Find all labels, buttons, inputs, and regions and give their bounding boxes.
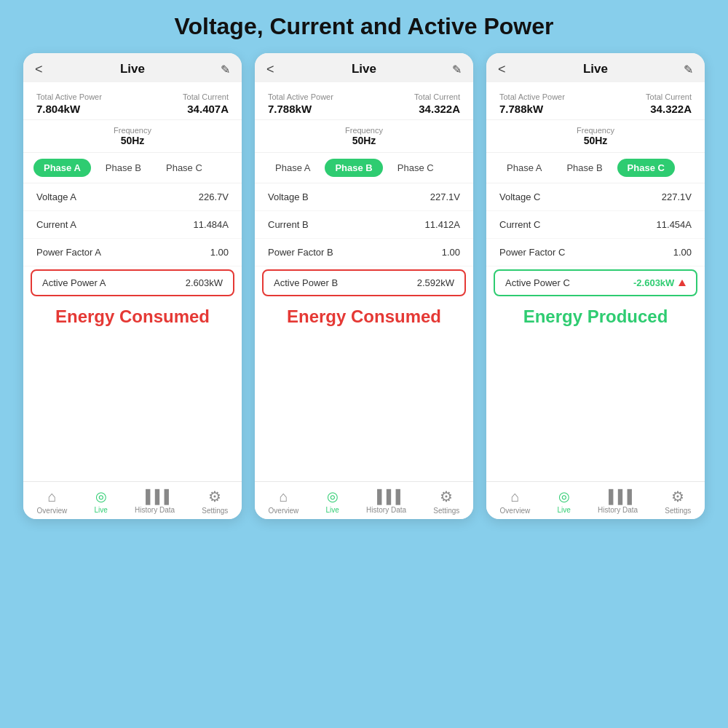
phone-c-freq: Frequency 50Hz xyxy=(486,120,705,153)
phone-a-title: Live xyxy=(120,62,145,76)
footer-live-a[interactable]: ◎ Live xyxy=(94,488,107,514)
phase-tab-a-phaseA[interactable]: Phase A xyxy=(33,159,91,177)
stat-active-power-a: Total Active Power 7.804kW xyxy=(36,92,102,115)
footer-overview-c[interactable]: ⌂ Overview xyxy=(500,488,531,515)
data-row-pf-c: Power Factor C 1.00 xyxy=(486,239,705,266)
footer-overview-b[interactable]: ⌂ Overview xyxy=(269,488,299,515)
data-row-voltage-a: Voltage A 226.7V xyxy=(23,183,242,211)
phone-c-title: Live xyxy=(583,62,608,76)
live-icon-c: ◎ xyxy=(558,488,570,505)
data-row-current-b: Current B 11.412A xyxy=(255,211,473,239)
home-icon-b: ⌂ xyxy=(279,488,288,505)
phone-a-header: < Live ✎ xyxy=(23,53,242,82)
page-title: Voltage, Current and Active Power xyxy=(175,13,554,40)
footer-history-c[interactable]: ▐▐▐ History Data xyxy=(598,489,638,514)
back-button-a[interactable]: < xyxy=(35,62,43,77)
footer-settings-b[interactable]: ⚙ Settings xyxy=(433,488,459,515)
phase-tab-c-phaseC[interactable]: Phase C xyxy=(617,159,675,177)
phone-a-body: Total Active Power 7.804kW Total Current… xyxy=(23,82,242,481)
phone-a-stats: Total Active Power 7.804kW Total Current… xyxy=(23,82,242,120)
data-row-activepower-a: Active Power A 2.603kW xyxy=(31,269,234,296)
settings-icon-b: ⚙ xyxy=(440,488,453,505)
edit-button-b[interactable]: ✎ xyxy=(452,63,462,76)
phone-c-footer: ⌂ Overview ◎ Live ▐▐▐ History Data ⚙ Set… xyxy=(486,481,705,519)
data-row-current-a: Current A 11.484A xyxy=(23,211,242,239)
phone-c: < Live ✎ Total Active Power 7.788kW Tota… xyxy=(486,53,705,519)
footer-history-b[interactable]: ▐▐▐ History Data xyxy=(366,489,406,514)
data-row-current-c: Current C 11.454A xyxy=(486,211,705,239)
phone-b-body: Total Active Power 7.788kW Total Current… xyxy=(255,82,473,481)
stat-current-b: Total Current 34.322A xyxy=(414,92,460,115)
home-icon-c: ⌂ xyxy=(510,488,519,505)
history-icon-b: ▐▐▐ xyxy=(372,489,400,505)
phone-a-freq: Frequency 50Hz xyxy=(23,120,242,153)
phase-tab-c-phaseB[interactable]: Phase B xyxy=(556,159,612,177)
history-icon-a: ▐▐▐ xyxy=(141,489,168,505)
settings-icon-a: ⚙ xyxy=(208,488,221,505)
phone-c-header: < Live ✎ xyxy=(486,53,705,82)
phone-a-footer: ⌂ Overview ◎ Live ▐▐▐ History Data ⚙ Set… xyxy=(23,481,242,519)
data-row-voltage-b: Voltage B 227.1V xyxy=(255,183,473,211)
phase-tab-b-phaseB[interactable]: Phase B xyxy=(325,159,382,177)
phones-row: < Live ✎ Total Active Power 7.804kW Tota… xyxy=(0,53,728,519)
phone-b: < Live ✎ Total Active Power 7.788kW Tota… xyxy=(255,53,473,519)
live-icon-a: ◎ xyxy=(95,488,107,505)
settings-icon-c: ⚙ xyxy=(671,488,684,505)
phone-b-freq: Frequency 50Hz xyxy=(255,120,473,153)
data-row-pf-b: Power Factor B 1.00 xyxy=(255,239,473,266)
footer-live-b[interactable]: ◎ Live xyxy=(325,488,339,514)
back-button-b[interactable]: < xyxy=(266,62,274,77)
phase-tab-b-phaseA[interactable]: Phase A xyxy=(265,159,320,177)
stat-current-c: Total Current 34.322A xyxy=(646,92,692,115)
phone-a-phase-tabs: Phase A Phase B Phase C xyxy=(23,153,242,183)
footer-live-c[interactable]: ◎ Live xyxy=(557,488,570,514)
home-icon-a: ⌂ xyxy=(47,488,56,505)
arrow-up-icon xyxy=(678,280,686,286)
energy-label-a: Energy Consumed xyxy=(23,299,242,330)
phone-c-stats: Total Active Power 7.788kW Total Current… xyxy=(486,82,705,120)
stat-active-power-b: Total Active Power 7.788kW xyxy=(268,92,333,115)
phone-c-body: Total Active Power 7.788kW Total Current… xyxy=(486,82,705,481)
stat-current-a: Total Current 34.407A xyxy=(183,92,229,115)
phase-tab-b-phaseC[interactable]: Phase C xyxy=(387,159,444,177)
data-row-activepower-b: Active Power B 2.592kW xyxy=(262,269,466,296)
footer-settings-c[interactable]: ⚙ Settings xyxy=(665,488,691,515)
data-row-voltage-c: Voltage C 227.1V xyxy=(486,183,705,211)
data-row-activepower-c: Active Power C -2.603kW xyxy=(494,269,697,296)
phase-tab-c-phaseA[interactable]: Phase A xyxy=(496,159,552,177)
phone-b-title: Live xyxy=(352,62,376,76)
back-button-c[interactable]: < xyxy=(498,62,506,77)
energy-label-c: Energy Produced xyxy=(486,299,705,330)
energy-label-b: Energy Consumed xyxy=(255,299,473,330)
edit-button-a[interactable]: ✎ xyxy=(221,63,230,76)
phone-b-stats: Total Active Power 7.788kW Total Current… xyxy=(255,82,473,120)
phase-tab-a-phaseC[interactable]: Phase C xyxy=(156,159,213,177)
phone-b-footer: ⌂ Overview ◎ Live ▐▐▐ History Data ⚙ Set… xyxy=(255,481,473,519)
phone-a: < Live ✎ Total Active Power 7.804kW Tota… xyxy=(23,53,242,519)
phone-c-phase-tabs: Phase A Phase B Phase C xyxy=(486,153,705,183)
footer-settings-a[interactable]: ⚙ Settings xyxy=(202,488,228,515)
stat-active-power-c: Total Active Power 7.788kW xyxy=(499,92,565,115)
footer-history-a[interactable]: ▐▐▐ History Data xyxy=(135,489,175,514)
phase-tab-a-phaseB[interactable]: Phase B xyxy=(95,159,151,177)
phone-b-header: < Live ✎ xyxy=(255,53,473,82)
data-row-pf-a: Power Factor A 1.00 xyxy=(23,239,242,266)
history-icon-c: ▐▐▐ xyxy=(604,489,631,505)
phone-b-phase-tabs: Phase A Phase B Phase C xyxy=(255,153,473,183)
edit-button-c[interactable]: ✎ xyxy=(684,63,693,76)
live-icon-b: ◎ xyxy=(327,488,339,505)
footer-overview-a[interactable]: ⌂ Overview xyxy=(37,488,68,515)
